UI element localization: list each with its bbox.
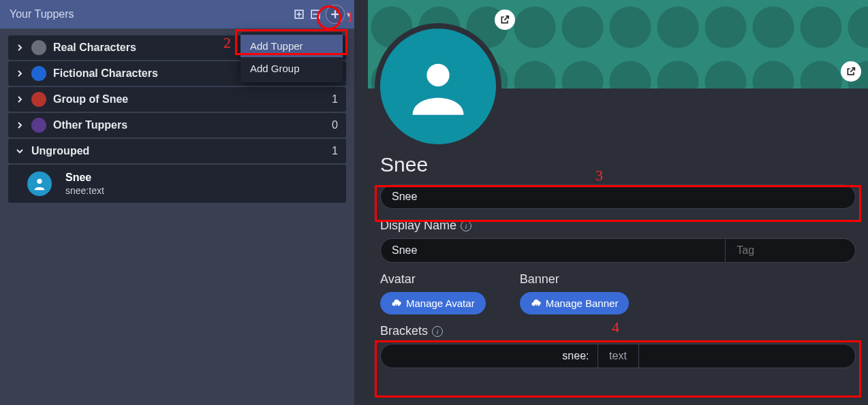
sidebar-title: Your Tuppers xyxy=(10,8,74,20)
chevron-right-icon xyxy=(15,70,25,77)
detail-name-heading: Snee xyxy=(380,153,856,176)
cloud-upload-icon xyxy=(391,298,402,309)
group-label: Other Tuppers xyxy=(53,119,127,131)
group-count: 1 xyxy=(332,145,338,157)
avatar-label: Avatar xyxy=(380,272,486,287)
chevron-down-icon xyxy=(15,148,25,155)
bracket-suffix[interactable] xyxy=(639,344,856,368)
chevron-right-icon xyxy=(15,44,25,51)
avatar-icon xyxy=(27,172,52,196)
brackets-label: Brackets i xyxy=(380,324,856,338)
display-name-input[interactable] xyxy=(380,238,726,263)
group-icon xyxy=(31,66,46,81)
tupper-info: Snee snee:text xyxy=(65,172,104,196)
brackets-input[interactable]: snee: text xyxy=(380,344,856,368)
detail-content: Snee Display Name i Avatar Manage Avatar xyxy=(368,88,868,405)
add-dropdown-button[interactable]: ▼ xyxy=(326,5,345,24)
menu-add-tupper[interactable]: Add Tupper xyxy=(241,35,343,57)
svg-point-7 xyxy=(37,179,42,184)
bracket-prefix[interactable]: snee: xyxy=(381,344,598,368)
bracket-placeholder: text xyxy=(598,344,639,368)
tag-input[interactable] xyxy=(726,238,856,263)
avatar-large xyxy=(375,23,501,150)
group-label: Group of Snee xyxy=(53,93,128,106)
chevron-right-icon xyxy=(15,96,25,103)
group-row[interactable]: Group of Snee 1 xyxy=(8,87,346,112)
group-row[interactable]: Ungrouped 1 xyxy=(8,139,346,163)
group-label: Ungrouped xyxy=(31,145,89,157)
group-label: Fictional Characters xyxy=(53,67,158,80)
group-label: Real Characters xyxy=(53,42,136,54)
collapse-all-icon[interactable] xyxy=(309,8,322,20)
add-menu: Add Tupper Add Group xyxy=(241,32,343,82)
detail-panel: Snee Display Name i Avatar Manage Avatar xyxy=(354,0,868,405)
group-icon xyxy=(31,92,46,107)
group-row[interactable]: Other Tuppers 0 xyxy=(8,113,346,137)
info-icon[interactable]: i xyxy=(461,221,471,231)
group-icon xyxy=(31,118,46,133)
banner-external-link-button[interactable] xyxy=(841,61,861,82)
group-icon xyxy=(31,40,46,55)
sidebar-header: Your Tuppers ▼ xyxy=(0,0,354,29)
expand-all-icon[interactable] xyxy=(293,8,305,20)
tupper-name: Snee xyxy=(65,172,104,184)
cloud-upload-icon xyxy=(531,298,542,309)
group-count: 0 xyxy=(332,119,338,131)
svg-point-8 xyxy=(427,64,449,86)
sidebar-actions: ▼ xyxy=(293,5,345,24)
name-input[interactable] xyxy=(380,184,856,209)
menu-add-group[interactable]: Add Group xyxy=(241,57,343,80)
manage-avatar-button[interactable]: Manage Avatar xyxy=(380,292,486,314)
tupper-brackets: snee:text xyxy=(65,185,104,196)
info-icon[interactable]: i xyxy=(432,326,443,337)
caret-down-icon: ▼ xyxy=(345,11,352,18)
chevron-right-icon xyxy=(15,122,25,129)
banner-label: Banner xyxy=(520,272,630,287)
display-name-label: Display Name i xyxy=(380,218,856,233)
manage-banner-button[interactable]: Manage Banner xyxy=(520,292,630,314)
tupper-row[interactable]: Snee snee:text xyxy=(8,165,346,203)
group-count: 1 xyxy=(332,93,338,106)
avatar-external-link-button[interactable] xyxy=(495,10,515,30)
